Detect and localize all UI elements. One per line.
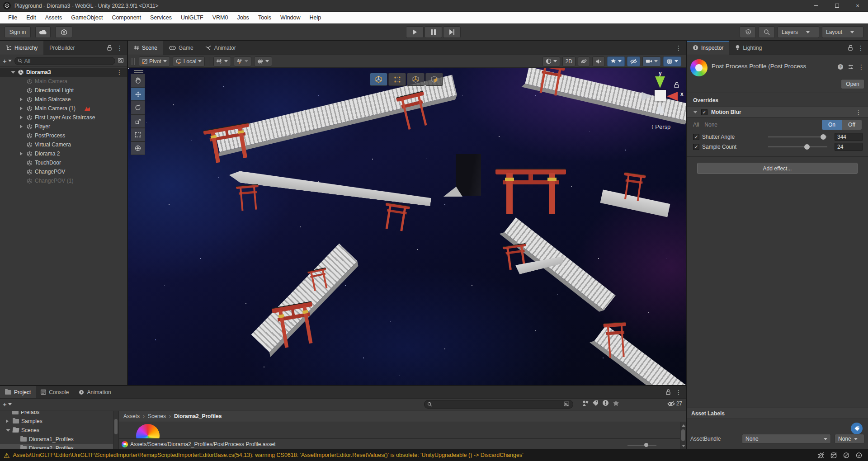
add-label-button[interactable] [851, 423, 863, 434]
sign-in-button[interactable]: Sign in [5, 26, 31, 38]
toolbar-grip[interactable] [132, 58, 135, 65]
inspector-menu-icon[interactable]: ⋮ [858, 45, 864, 51]
hidden-eye-icon[interactable] [667, 401, 675, 407]
foldout-down-icon[interactable] [11, 71, 15, 74]
folder-row-diorama1-profiles[interactable]: Diorama1_Profiles [0, 435, 113, 444]
shading-mode-dropdown[interactable] [542, 56, 560, 66]
cache-server-disabled-icon[interactable] [830, 452, 837, 459]
menu-item[interactable]: Edit [22, 12, 41, 24]
open-profile-button[interactable]: Open [841, 79, 864, 89]
postprocess-profile-asset-icon[interactable] [136, 424, 160, 438]
tab-game[interactable]: Game [163, 41, 199, 55]
undo-history-button[interactable] [740, 26, 756, 38]
gizmo-unlock-icon[interactable] [674, 82, 679, 88]
scene-canvas[interactable]: y x ⟨Persp [128, 68, 686, 385]
menu-item[interactable]: GameObject [66, 12, 107, 24]
on-button[interactable]: On [822, 120, 842, 130]
scene-camera-dropdown[interactable] [642, 56, 661, 66]
add-effect-button[interactable]: Add effect... [697, 163, 858, 174]
off-button[interactable]: Off [842, 120, 862, 130]
foldout-arrow-icon[interactable] [20, 98, 24, 101]
menu-item[interactable]: Services [146, 12, 176, 24]
close-button[interactable]: × [847, 0, 868, 11]
maximize-button[interactable] [826, 0, 847, 11]
scene-header-row[interactable]: Diorama3 ⋮ [0, 68, 127, 77]
hierarchy-item[interactable]: ChangePOV (1) [0, 176, 127, 185]
none-button[interactable]: None [704, 122, 717, 128]
debugger-detached-icon[interactable] [817, 452, 825, 459]
scene-menu-icon[interactable]: ⋮ [116, 69, 123, 75]
gizmo-cube[interactable] [655, 90, 666, 101]
menu-item[interactable]: VRM0 [208, 12, 233, 24]
tab-hierarchy[interactable]: Hierarchy [0, 41, 43, 55]
foldout-arrow-icon[interactable] [20, 152, 24, 155]
scale-tool-button[interactable] [131, 114, 145, 128]
status-message[interactable]: Assets\UniGLTF\Editor\UniGLTF\ScriptedIm… [13, 452, 523, 458]
menu-item[interactable]: Window [276, 12, 305, 24]
hierarchy-item[interactable]: Diorama 2 [0, 149, 127, 158]
y-axis-cone[interactable] [655, 76, 665, 88]
menu-item[interactable]: Help [305, 12, 326, 24]
edge-mode-button[interactable] [407, 73, 425, 86]
breadcrumb-scenes[interactable]: Scenes [148, 413, 166, 419]
sample-count-slider[interactable] [768, 146, 827, 147]
tab-project[interactable]: Project [0, 386, 36, 398]
hierarchy-item[interactable]: Virtual Camera [0, 140, 127, 149]
persp-label[interactable]: ⟨Persp [651, 123, 670, 130]
scene-visibility-toggle[interactable] [627, 56, 640, 66]
unlock-icon[interactable] [848, 45, 853, 51]
assetbundle-variant-dropdown[interactable]: None [835, 434, 864, 444]
project-menu-icon[interactable]: ⋮ [675, 389, 682, 395]
favorites-star-icon[interactable] [613, 400, 619, 406]
foldout-arrow-icon[interactable] [20, 107, 24, 110]
unlock-icon[interactable] [107, 45, 112, 51]
move-tool-button[interactable] [131, 87, 145, 101]
layout-dropdown[interactable]: Layout [822, 26, 863, 38]
search-by-label-icon[interactable] [592, 400, 599, 406]
step-button[interactable] [443, 26, 461, 38]
search-window-icon[interactable] [118, 58, 124, 64]
tree-scrollbar[interactable] [113, 411, 118, 449]
search-by-type-icon[interactable] [582, 400, 589, 406]
background-tasks-icon[interactable] [855, 452, 863, 459]
plastic-scm-icon[interactable] [55, 26, 72, 38]
status-bar[interactable]: ⚠ Assets\UniGLTF\Editor\UniGLTF\Scripted… [0, 449, 868, 461]
tab-animator[interactable]: Animator [199, 41, 242, 55]
hierarchy-item[interactable]: First Layer Aux Staircase [0, 113, 127, 122]
hierarchy-item[interactable]: ChangePOV [0, 167, 127, 176]
transform-tool-button[interactable] [131, 141, 145, 155]
scene-audio-toggle[interactable] [592, 56, 605, 66]
all-button[interactable]: All [693, 122, 699, 128]
shutter-angle-value[interactable]: 344 [835, 133, 863, 141]
menu-item[interactable]: Assets [41, 12, 67, 24]
foldout-down-icon[interactable] [6, 429, 10, 432]
2d-toggle-button[interactable]: 2D [562, 56, 576, 66]
folder-row-scenes[interactable]: Scenes [0, 426, 113, 435]
menu-item[interactable]: UniGLTF [176, 12, 208, 24]
sample-count-value[interactable]: 24 [835, 143, 863, 151]
hierarchy-item[interactable]: Directional Light [0, 86, 127, 95]
hierarchy-item[interactable]: Main Camera [0, 77, 127, 86]
help-icon[interactable]: ? [837, 64, 844, 70]
tab-console[interactable]: Console [36, 386, 74, 398]
layers-dropdown[interactable]: Layers [778, 26, 819, 38]
collab-disabled-icon[interactable] [843, 452, 850, 459]
icon-size-slider[interactable] [627, 445, 656, 446]
add-asset-button[interactable]: + [3, 400, 12, 408]
menu-item[interactable]: Component [107, 12, 146, 24]
folder-row-prefabs[interactable]: Prefabs [0, 411, 113, 417]
assetbundle-dropdown[interactable]: None [742, 434, 831, 444]
neg-axis-cone[interactable] [642, 92, 652, 101]
foldout-arrow-icon[interactable] [20, 125, 24, 128]
hierarchy-menu-icon[interactable]: ⋮ [117, 45, 123, 51]
local-dropdown[interactable]: Local [173, 56, 205, 66]
motion-blur-header[interactable]: ✓ Motion Blur ⋮ [687, 107, 868, 118]
grid-visibility-dropdown[interactable]: Y [213, 56, 231, 66]
menu-item[interactable]: Jobs [232, 12, 253, 24]
play-button[interactable] [406, 26, 424, 38]
project-files-area[interactable]: Assets › Scenes › Diorama2_Profiles Asse… [118, 411, 686, 449]
snap-toggle-dropdown[interactable] [234, 56, 251, 66]
face-mode-button[interactable] [425, 73, 443, 86]
hierarchy-item[interactable]: Main Staircase [0, 95, 127, 104]
minimize-button[interactable] [806, 0, 826, 11]
